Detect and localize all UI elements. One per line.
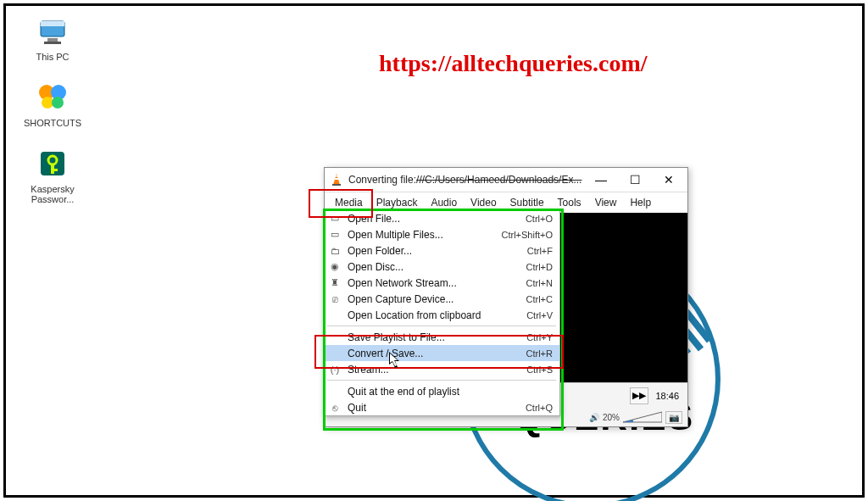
menu-item-shortcut: Ctrl+Y [520,332,553,342]
menu-item-label: Open Multiple Files... [348,229,494,241]
menu-item-shortcut: Ctrl+O [519,214,553,224]
butterfly-icon [36,81,70,114]
maximize-button[interactable]: ☐ [618,168,652,192]
menu-item-label: Quit at the end of playlist [348,386,546,398]
menu-item-label: Open Capture Device... [348,293,520,305]
menu-item-label: Save Playlist to File... [348,331,520,343]
menu-item-label: Quit [348,402,519,414]
svg-point-7 [52,97,64,109]
menu-item-shortcut: Ctrl+Shift+O [494,230,553,240]
desktop-icon-label: This PC [36,52,69,62]
menu-item-shortcut: Ctrl+F [520,246,553,256]
menu-item-label: Convert / Save... [348,348,520,359]
menu-item-icon: ◉ [327,261,342,272]
forward-button[interactable]: ▶▶ [630,387,648,404]
kaspersky-icon [36,147,70,181]
media-menu-item[interactable]: ⎋QuitCtrl+Q [324,399,559,415]
snapshot-icon[interactable]: 📷 [665,411,682,424]
vlc-cone-icon [330,173,343,186]
menu-video[interactable]: Video [464,194,503,211]
menubar: Media Playback Audio Video Subtitle Tool… [325,192,687,213]
desktop-icon-label: Kaspersky Passwor... [19,184,86,204]
media-menu-item[interactable]: (·)Stream...Ctrl+S [324,361,559,377]
menu-item-shortcut: Ctrl+D [520,262,553,272]
menu-item-icon: ⎋ [327,403,342,413]
menu-item-shortcut: Ctrl+R [520,348,553,359]
media-menu-item[interactable]: Open Location from clipboardCtrl+V [324,307,559,323]
volume-percent: 20% [603,413,620,422]
menu-item-label: Open Location from clipboard [348,309,520,321]
menu-subtitle[interactable]: Subtitle [504,194,551,211]
menu-tools[interactable]: Tools [551,194,588,211]
menu-item-shortcut: Ctrl+V [520,310,553,320]
menu-item-label: Stream... [348,364,520,376]
menu-item-icon: ⎚ [327,294,342,304]
menu-item-icon: ♜ [327,277,342,288]
media-dropdown: ▭Open File...Ctrl+O▭Open Multiple Files.… [323,209,560,416]
desktop-icon-kaspersky[interactable]: Kaspersky Passwor... [14,147,91,204]
menu-help[interactable]: Help [623,194,658,211]
svg-rect-16 [335,175,338,177]
media-menu-item[interactable]: Convert / Save...Ctrl+R [324,345,559,361]
svg-rect-11 [51,169,58,171]
media-menu-item[interactable]: ♜Open Network Stream...Ctrl+N [324,275,559,291]
media-menu-item[interactable]: Quit at the end of playlist [324,383,559,399]
svg-rect-15 [334,178,339,180]
svg-rect-1 [41,21,64,26]
watermark-url: https://alltechqueries.com/ [379,50,648,77]
vlc-window: Converting file:///C:/Users/Hameed/Downl… [324,167,688,427]
media-menu-item[interactable]: ⎚Open Capture Device...Ctrl+C [324,291,559,307]
media-menu-item[interactable]: ▭Open File...Ctrl+O [324,210,559,226]
svg-rect-2 [47,38,58,42]
desktop-icons: This PC SHORTCUTS [14,14,91,223]
menu-item-label: Open Folder... [348,245,520,257]
desktop-icon-shortcuts[interactable]: SHORTCUTS [14,81,91,128]
menu-item-icon: 🗀 [327,246,342,256]
this-pc-icon [36,14,70,48]
volume-slider[interactable] [623,410,662,424]
close-button[interactable]: ✕ [652,168,686,192]
outer-frame: This PC SHORTCUTS [3,3,865,498]
menu-item-icon: (·) [327,365,342,375]
menu-item-label: Open Network Stream... [348,277,520,289]
desktop-icon-label: SHORTCUTS [24,118,81,128]
menu-separator [327,380,556,381]
minimize-button[interactable]: — [584,168,618,192]
media-menu-item[interactable]: Save Playlist to File...Ctrl+Y [324,329,559,345]
mute-icon[interactable]: 🔊 [589,413,599,422]
desktop-icon-this-pc[interactable]: This PC [14,14,91,62]
menu-item-icon: ▭ [327,213,342,224]
menu-audio[interactable]: Audio [424,194,464,211]
svg-rect-17 [332,184,341,186]
menu-separator [327,326,556,326]
menu-media[interactable]: Media [328,194,370,211]
titlebar[interactable]: Converting file:///C:/Users/Hameed/Downl… [325,168,687,192]
menu-item-shortcut: Ctrl+C [520,294,553,304]
time-display: 18:46 [652,391,682,401]
menu-item-label: Open File... [348,213,519,225]
svg-point-6 [42,97,53,109]
media-menu-item[interactable]: ◉Open Disc...Ctrl+D [324,259,559,275]
menu-item-shortcut: Ctrl+Q [519,403,553,413]
window-controls: — ☐ ✕ [584,168,686,192]
menu-view[interactable]: View [588,194,624,211]
svg-marker-18 [623,412,662,422]
menu-item-shortcut: Ctrl+N [520,278,553,288]
svg-rect-3 [44,42,61,44]
menu-playback[interactable]: Playback [370,194,425,211]
menu-item-label: Open Disc... [348,261,520,273]
cursor-pointer-icon [389,352,403,369]
media-menu-item[interactable]: ▭Open Multiple Files...Ctrl+Shift+O [324,226,559,242]
menu-item-shortcut: Ctrl+S [520,365,553,375]
window-title: Converting file:///C:/Users/Hameed/Downl… [348,174,584,186]
menu-item-icon: ▭ [327,229,342,240]
media-menu-item[interactable]: 🗀Open Folder...Ctrl+F [324,242,559,259]
